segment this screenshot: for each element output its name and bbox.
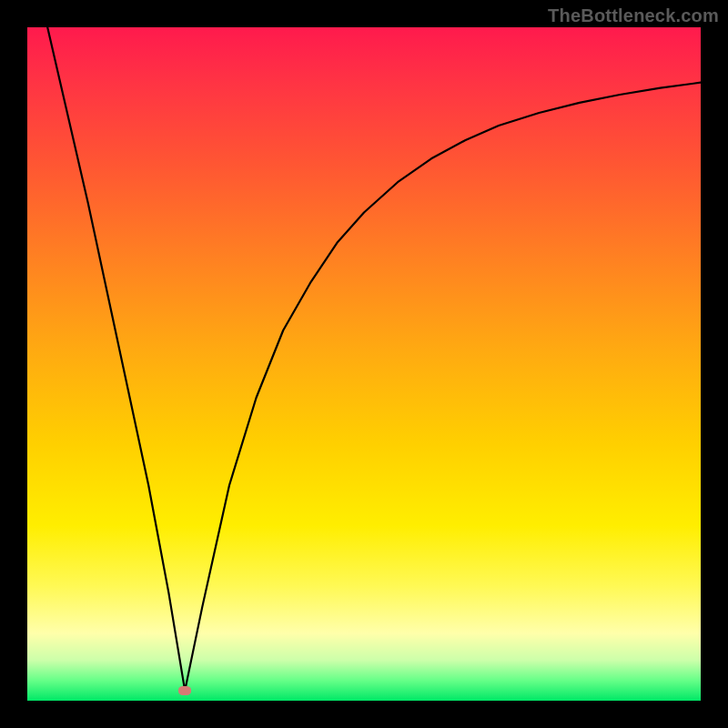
chart-frame: TheBottleneck.com xyxy=(0,0,728,728)
bottleneck-curve xyxy=(27,27,701,701)
optimum-marker xyxy=(178,686,191,695)
watermark-text: TheBottleneck.com xyxy=(548,5,719,26)
plot-area xyxy=(27,27,701,701)
curve-path xyxy=(47,27,701,691)
